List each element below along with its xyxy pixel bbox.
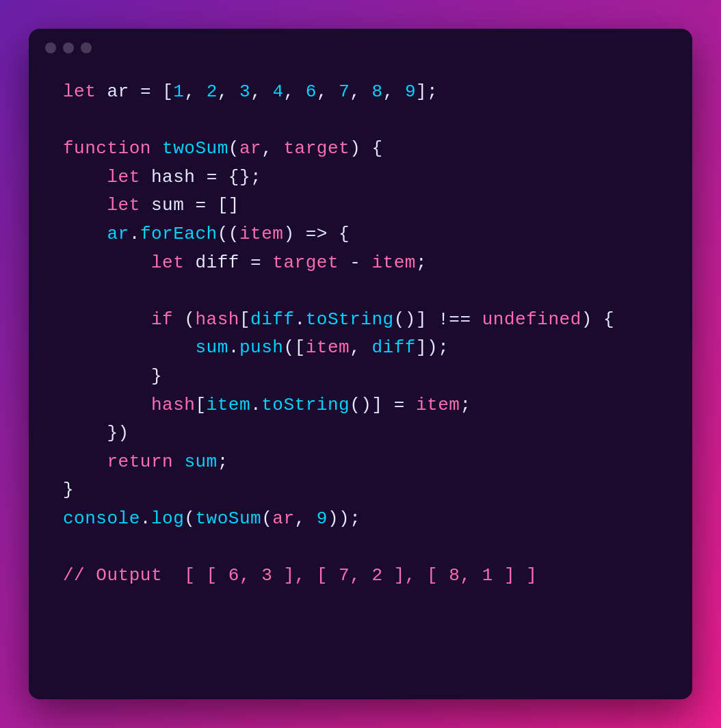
code-line-8: sum.push([item, diff]); [63, 334, 658, 363]
minimize-dot [63, 42, 74, 53]
code-line-6: let diff = target - item; [63, 249, 658, 278]
code-line-4: let sum = [] [63, 192, 658, 220]
code-line-1: let ar = [1, 2, 3, 4, 6, 7, 8, 9]; [63, 78, 658, 107]
code-line-12: return sum; [63, 448, 658, 477]
code-line-14: console.log(twoSum(ar, 9)); [63, 505, 658, 534]
titlebar [29, 29, 692, 64]
close-dot [45, 42, 56, 53]
code-line-13: } [63, 476, 658, 505]
code-line-3: let hash = {}; [63, 164, 658, 192]
code-block: let ar = [1, 2, 3, 4, 6, 7, 8, 9]; funct… [29, 64, 692, 699]
code-window: let ar = [1, 2, 3, 4, 6, 7, 8, 9]; funct… [29, 29, 692, 699]
code-line-2: function twoSum(ar, target) { [63, 135, 658, 164]
code-line-15: // Output [ [ 6, 3 ], [ 7, 2 ], [ 8, 1 ]… [63, 562, 658, 590]
code-line-5: ar.forEach((item) => { [63, 220, 658, 249]
code-line-9: } [63, 363, 658, 391]
code-line-10: hash[item.toString()] = item; [63, 391, 658, 420]
maximize-dot [81, 42, 92, 53]
code-line-7: if (hash[diff.toString()] !== undefined)… [63, 306, 658, 335]
code-line-11: }) [63, 419, 658, 448]
